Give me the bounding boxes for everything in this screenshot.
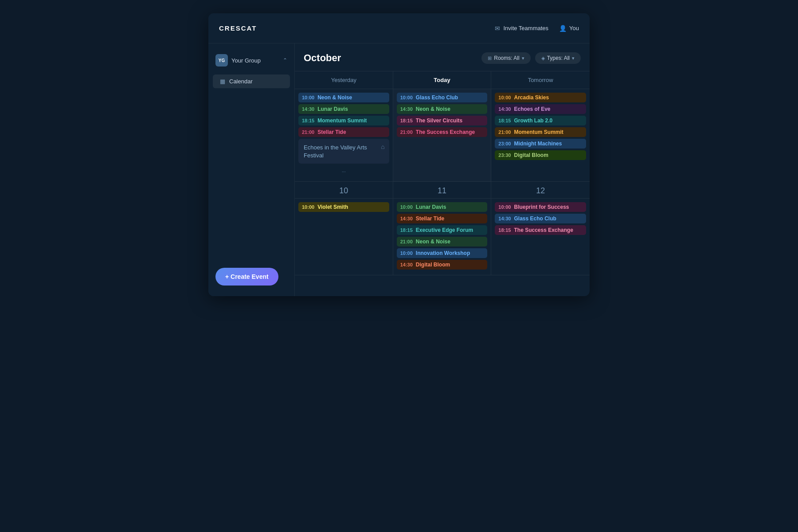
event-pill[interactable]: 18:15 Growth Lab 2.0 [495, 116, 586, 125]
types-chevron-icon: ▾ [572, 55, 575, 61]
event-pill[interactable]: 21:00 Stellar Tide [298, 127, 389, 137]
group-name: Your Group [231, 57, 279, 64]
sidebar-item-calendar[interactable]: ▦ Calendar [213, 74, 290, 88]
event-pill[interactable]: 18:15 The Silver Circuits [397, 116, 488, 125]
event-large-name: Echoes in the Valley Arts Festival [304, 144, 367, 159]
date-11: 11 [393, 182, 492, 198]
event-pill[interactable]: 10:00 Violet Smith [298, 202, 389, 212]
grid-row-2: 10:00 Violet Smith 10:00 Lunar Davis 14:… [295, 199, 590, 275]
rooms-icon: ⊞ [488, 55, 492, 61]
calendar-nav-label: Calendar [229, 78, 253, 85]
user-button[interactable]: 👤 You [559, 25, 579, 32]
rooms-filter-button[interactable]: ⊞ Rooms: All ▾ [481, 52, 530, 64]
date-10: 10 [295, 182, 393, 198]
grid-cell-10: 10:00 Violet Smith [295, 199, 393, 275]
top-bar-actions: ✉ Invite Teammates 👤 You [495, 25, 579, 32]
event-pill[interactable]: 10:00 Innovation Workshop [397, 248, 488, 258]
event-pill[interactable]: 10:00 Arcadia Skies [495, 93, 586, 102]
event-footer: ··· [298, 165, 389, 178]
event-pill[interactable]: 10:00 Glass Echo Club [397, 93, 488, 102]
top-bar: CRESCAT ✉ Invite Teammates 👤 You [208, 13, 590, 43]
app-container: CRESCAT ✉ Invite Teammates 👤 You YG Your… [208, 13, 590, 296]
event-pill[interactable]: 14:30 Stellar Tide [397, 214, 488, 223]
event-pill[interactable]: 18:15 The Success Exchange [495, 225, 586, 235]
col-header-today: Today [393, 71, 492, 89]
event-pill[interactable]: 18:15 Executive Edge Forum [397, 225, 488, 235]
calendar-area: October ⊞ Rooms: All ▾ ◈ Types: All ▾ [295, 43, 590, 296]
types-filter-label: Types: All [547, 55, 570, 61]
grid-cell-today: 10:00 Glass Echo Club 14:30 Neon & Noise… [393, 89, 492, 182]
rooms-filter-label: Rooms: All [494, 55, 519, 61]
event-pill[interactable]: 21:00 The Success Exchange [397, 127, 488, 137]
person-icon: 👤 [559, 25, 567, 32]
event-pill[interactable]: 14:30 Neon & Noise [397, 104, 488, 114]
col-header-yesterday: Yesterday [295, 71, 393, 89]
col-header-tomorrow: Tomorrow [491, 71, 590, 89]
event-pill[interactable]: 14:30 Digital Bloom [397, 260, 488, 270]
app-logo: CRESCAT [219, 24, 257, 32]
event-pill[interactable]: 23:00 Midnight Machines [495, 139, 586, 149]
event-pill[interactable]: 23:30 Digital Bloom [495, 150, 586, 160]
grid-cell-11: 10:00 Lunar Davis 14:30 Stellar Tide 18:… [393, 199, 492, 275]
group-avatar: YG [215, 54, 228, 66]
event-pill[interactable]: 21:00 Momentum Summit [495, 127, 586, 137]
grid-header-row: Yesterday Today Tomorrow [295, 71, 590, 89]
group-selector[interactable]: YG Your Group ⌃ [208, 51, 294, 70]
types-icon: ◈ [541, 55, 545, 61]
event-pill[interactable]: 14:30 Echoes of Eve [495, 104, 586, 114]
date-number-row: 10 11 12 [295, 182, 590, 199]
event-pill[interactable]: 10:00 Neon & Noise [298, 93, 389, 102]
grid-cell-12: 10:00 Blueprint for Success 14:30 Glass … [491, 199, 590, 275]
date-12: 12 [491, 182, 590, 198]
calendar-icon: ▦ [220, 78, 225, 85]
grid-cell-yesterday: 10:00 Neon & Noise 14:30 Lunar Davis 18:… [295, 89, 393, 182]
event-pill[interactable]: 21:00 Neon & Noise [397, 237, 488, 246]
calendar-header: October ⊞ Rooms: All ▾ ◈ Types: All ▾ [295, 52, 590, 71]
calendar-title: October [304, 52, 341, 64]
user-label: You [569, 25, 579, 31]
invite-label: Invite Teammates [503, 25, 548, 31]
grid-row-1: 10:00 Neon & Noise 14:30 Lunar Davis 18:… [295, 89, 590, 182]
grid-cell-tomorrow: 10:00 Arcadia Skies 14:30 Echoes of Eve … [491, 89, 590, 182]
calendar-grid: Yesterday Today Tomorrow 10:00 Neon & No… [295, 71, 590, 275]
event-pill[interactable]: 14:30 Lunar Davis [298, 104, 389, 114]
event-pill[interactable]: 14:30 Glass Echo Club [495, 214, 586, 223]
calendar-filters: ⊞ Rooms: All ▾ ◈ Types: All ▾ [481, 52, 581, 64]
chevron-icon: ⌃ [283, 57, 287, 63]
types-filter-button[interactable]: ◈ Types: All ▾ [535, 52, 581, 64]
envelope-icon: ✉ [495, 25, 500, 32]
invite-teammates-button[interactable]: ✉ Invite Teammates [495, 25, 548, 32]
sidebar: YG Your Group ⌃ ▦ Calendar + Create Even… [208, 43, 295, 296]
event-pill[interactable]: 10:00 Lunar Davis [397, 202, 488, 212]
event-large-echoes[interactable]: Echoes in the Valley Arts Festival ⌂ [298, 139, 389, 164]
create-event-button[interactable]: + Create Event [215, 268, 278, 286]
event-pill[interactable]: 10:00 Blueprint for Success [495, 202, 586, 212]
event-pill[interactable]: 18:15 Momentum Summit [298, 116, 389, 125]
rooms-chevron-icon: ▾ [522, 55, 524, 61]
main-layout: YG Your Group ⌃ ▦ Calendar + Create Even… [208, 43, 590, 296]
home-icon: ⌂ [381, 143, 384, 150]
